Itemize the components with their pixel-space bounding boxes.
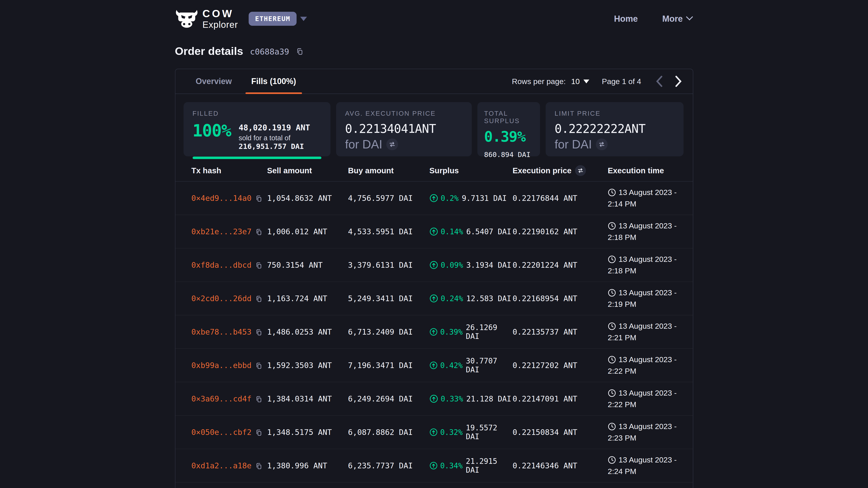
table-row: 0×2cd0...26dd 1,163.724 ANT 5,249.3411 D…	[176, 282, 693, 315]
network-selector[interactable]: ETHEREUM	[249, 12, 307, 26]
rows-per-page-select[interactable]: 10	[571, 77, 589, 86]
tx-hash-link[interactable]: 0xb21e...23e7	[191, 227, 252, 236]
clock-icon	[608, 456, 616, 464]
tx-hash-link[interactable]: 0xb99a...ebbd	[191, 361, 252, 370]
table-row: 0xb21e...23e7 1,006.012 ANT 4,533.5951 D…	[176, 215, 693, 249]
top-bar: COW Explorer ETHEREUM Home More	[175, 0, 693, 29]
copy-tx-hash-button[interactable]	[255, 295, 262, 302]
surplus-cell: 0.2% 9.7131 DAI	[430, 194, 513, 203]
surplus-cell: 0.39% 26.1269 DAI	[430, 323, 513, 341]
execution-time-text: 13 August 2023 - 2:23 PM	[608, 422, 677, 442]
execution-time-text: 13 August 2023 - 2:21 PM	[608, 322, 677, 342]
arrow-up-circle-icon	[430, 261, 438, 269]
table-row: 0xf8da...dbcd 750.3154 ANT 3,379.6131 DA…	[176, 249, 693, 282]
surplus-cell: 0.09% 3.1934 DAI	[430, 261, 513, 269]
surplus-cell: 0.33% 21.128 DAI	[430, 394, 513, 403]
logo-text: COW Explorer	[203, 8, 238, 29]
rows-per-page-value: 10	[571, 77, 580, 86]
tab-overview[interactable]: Overview	[190, 69, 238, 94]
execution-price-cell: 0.22127202 ANT	[513, 361, 608, 370]
copy-tx-hash-button[interactable]	[255, 362, 262, 369]
tab-fills[interactable]: Fills (100%)	[246, 69, 302, 94]
copy-icon	[255, 362, 262, 369]
nav-more-link[interactable]: More	[662, 14, 691, 24]
execution-time-cell: 13 August 2023 - 2:18 PM	[608, 254, 686, 276]
surplus-amount: 30.7707 DAI	[466, 357, 513, 374]
total-surplus-amount: 860.894 DAI	[484, 151, 533, 159]
copy-tx-hash-button[interactable]	[255, 462, 262, 470]
copy-icon	[296, 48, 304, 55]
tx-hash-link[interactable]: 0×2cd0...26dd	[191, 294, 252, 303]
order-id-short: c0688a39	[250, 47, 289, 56]
nav-more-label: More	[662, 14, 683, 24]
invert-price-button[interactable]	[386, 138, 398, 150]
execution-time-cell: 13 August 2023 - 2:24 PM	[608, 454, 686, 477]
avg-execution-price-card: AVG. EXECUTION PRICE 0.22134041ANT for D…	[336, 102, 472, 156]
copy-icon	[255, 329, 262, 336]
buy-amount-cell: 6,249.2694 DAI	[348, 394, 430, 403]
logo-app-name: Explorer	[203, 20, 238, 29]
copy-tx-hash-button[interactable]	[255, 329, 262, 336]
clock-icon	[608, 188, 616, 197]
column-header-sell-amount: Sell amount	[267, 166, 348, 175]
fill-progress-value	[193, 157, 321, 159]
swap-arrows-icon	[577, 167, 584, 174]
tx-hash-link[interactable]: 0xbe78...b453	[191, 327, 252, 336]
tx-hash-link[interactable]: 0×3a69...cd4f	[191, 394, 252, 403]
cow-explorer-logo[interactable]: COW Explorer	[175, 8, 238, 29]
invert-execution-price-button[interactable]	[575, 165, 586, 176]
copy-icon	[255, 396, 262, 403]
chevron-right-icon	[675, 76, 682, 87]
copy-order-id-button[interactable]	[296, 48, 304, 55]
page-indicator: Page 1 of 4	[602, 77, 641, 86]
clock-icon	[608, 422, 616, 431]
chevron-left-icon	[656, 76, 663, 87]
arrow-up-circle-icon	[430, 461, 438, 470]
copy-icon	[255, 195, 262, 202]
next-page-button[interactable]	[675, 76, 682, 87]
copy-tx-hash-button[interactable]	[255, 429, 262, 436]
execution-time-cell: 13 August 2023 - 2:19 PM	[608, 287, 686, 310]
surplus-amount: 19.5572 DAI	[466, 423, 513, 441]
sell-amount-cell: 1,054.8632 ANT	[267, 194, 348, 203]
network-badge[interactable]: ETHEREUM	[249, 12, 297, 26]
copy-tx-hash-button[interactable]	[255, 396, 262, 403]
surplus-cell: 0.32% 19.5572 DAI	[430, 423, 513, 441]
surplus-percent: 0.34%	[440, 461, 463, 470]
swap-arrows-icon	[598, 141, 605, 148]
filled-subtext: sold for a total of 216,951.757 DAI	[239, 134, 321, 151]
tx-hash-link[interactable]: 0×050e...cbf2	[191, 428, 252, 437]
execution-time-cell: 13 August 2023 - 2:22 PM	[608, 387, 686, 410]
tx-hash-link[interactable]: 0xf8da...dbcd	[191, 260, 252, 269]
avg-price-value: 0.22134041ANT	[345, 122, 463, 135]
surplus-cell: 0.42% 30.7707 DAI	[430, 357, 513, 374]
arrow-up-circle-icon	[430, 361, 438, 369]
surplus-amount: 3.1934 DAI	[466, 261, 511, 269]
buy-amount-cell: 6,087.8862 DAI	[348, 428, 430, 437]
top-nav: Home More	[614, 14, 693, 24]
execution-time-text: 13 August 2023 - 2:18 PM	[608, 255, 677, 275]
buy-amount-cell: 3,379.6131 DAI	[348, 260, 430, 269]
execution-price-cell: 0.22135737 ANT	[513, 327, 608, 336]
clock-icon	[608, 289, 616, 297]
surplus-percent: 0.2%	[441, 194, 459, 203]
tx-hash-link[interactable]: 0xd1a2...a18e	[191, 461, 252, 470]
previous-page-button[interactable]	[656, 76, 663, 87]
invert-limit-price-button[interactable]	[596, 138, 608, 150]
surplus-percent: 0.09%	[441, 261, 463, 269]
copy-tx-hash-button[interactable]	[255, 195, 262, 202]
arrow-up-circle-icon	[430, 328, 438, 336]
copy-tx-hash-button[interactable]	[255, 262, 262, 269]
total-surplus-percent: 0.39%	[484, 128, 533, 145]
filled-percent: 100%	[193, 123, 231, 138]
nav-home-link[interactable]: Home	[614, 14, 638, 24]
pagination-controls: Rows per page: 10 Page 1 of 4	[512, 69, 682, 94]
column-header-surplus: Surplus	[430, 166, 513, 175]
copy-tx-hash-button[interactable]	[255, 228, 262, 236]
tx-hash-link[interactable]: 0×4ed9...14a0	[191, 194, 252, 203]
execution-time-text: 13 August 2023 - 2:18 PM	[608, 221, 677, 241]
execution-price-cell: 0.22168954 ANT	[513, 294, 608, 303]
filled-subtext-prefix: sold for a total of	[239, 134, 290, 142]
sell-amount-cell: 1,006.012 ANT	[267, 227, 348, 236]
avg-price-unit: for DAI	[345, 137, 382, 151]
